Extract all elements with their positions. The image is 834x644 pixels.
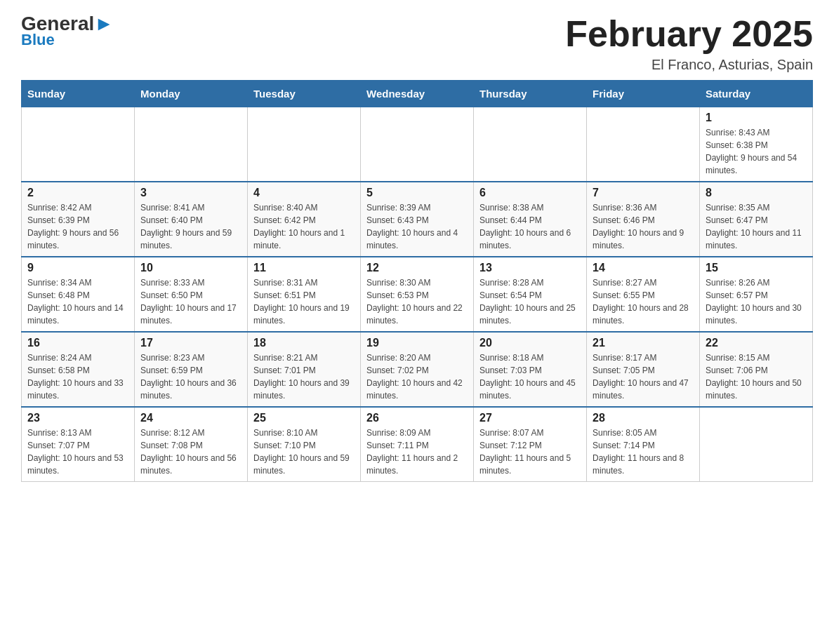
day-number: 17	[140, 337, 241, 349]
day-info: Sunrise: 8:35 AMSunset: 6:47 PMDaylight:…	[706, 201, 807, 252]
day-number: 10	[140, 262, 241, 274]
day-number: 28	[593, 412, 694, 424]
table-row: 18Sunrise: 8:21 AMSunset: 7:01 PMDayligh…	[248, 332, 361, 407]
calendar-header-row: Sunday Monday Tuesday Wednesday Thursday…	[22, 81, 813, 107]
day-number: 15	[706, 262, 807, 274]
calendar-week-row: 9Sunrise: 8:34 AMSunset: 6:48 PMDaylight…	[22, 257, 813, 332]
table-row: 26Sunrise: 8:09 AMSunset: 7:11 PMDayligh…	[361, 407, 474, 482]
table-row	[587, 107, 700, 182]
table-row: 8Sunrise: 8:35 AMSunset: 6:47 PMDaylight…	[700, 182, 813, 257]
logo: General► Blue	[21, 14, 114, 49]
day-number: 12	[366, 262, 468, 274]
col-sunday: Sunday	[22, 81, 135, 107]
day-info: Sunrise: 8:31 AMSunset: 6:51 PMDaylight:…	[253, 276, 355, 327]
table-row: 17Sunrise: 8:23 AMSunset: 6:59 PMDayligh…	[135, 332, 248, 407]
day-info: Sunrise: 8:20 AMSunset: 7:02 PMDaylight:…	[366, 351, 468, 402]
day-info: Sunrise: 8:30 AMSunset: 6:53 PMDaylight:…	[366, 276, 468, 327]
col-tuesday: Tuesday	[248, 81, 361, 107]
day-info: Sunrise: 8:05 AMSunset: 7:14 PMDaylight:…	[593, 427, 694, 477]
table-row: 7Sunrise: 8:36 AMSunset: 6:46 PMDaylight…	[587, 182, 700, 257]
table-row	[361, 107, 474, 182]
col-thursday: Thursday	[474, 81, 587, 107]
day-number: 5	[366, 187, 468, 199]
table-row: 28Sunrise: 8:05 AMSunset: 7:14 PMDayligh…	[587, 407, 700, 482]
day-number: 23	[27, 412, 128, 424]
col-friday: Friday	[587, 81, 700, 107]
day-number: 1	[706, 112, 807, 124]
day-number: 2	[27, 187, 128, 199]
table-row: 15Sunrise: 8:26 AMSunset: 6:57 PMDayligh…	[700, 257, 813, 332]
calendar-week-row: 1Sunrise: 8:43 AMSunset: 6:38 PMDaylight…	[22, 107, 813, 182]
day-info: Sunrise: 8:41 AMSunset: 6:40 PMDaylight:…	[140, 201, 241, 252]
calendar-week-row: 23Sunrise: 8:13 AMSunset: 7:07 PMDayligh…	[22, 407, 813, 482]
table-row: 1Sunrise: 8:43 AMSunset: 6:38 PMDaylight…	[700, 107, 813, 182]
day-info: Sunrise: 8:15 AMSunset: 7:06 PMDaylight:…	[706, 351, 807, 402]
day-number: 18	[253, 337, 355, 349]
table-row	[474, 107, 587, 182]
day-number: 8	[706, 187, 807, 199]
day-info: Sunrise: 8:12 AMSunset: 7:08 PMDaylight:…	[140, 427, 241, 477]
day-number: 9	[27, 262, 128, 274]
day-info: Sunrise: 8:09 AMSunset: 7:11 PMDaylight:…	[366, 427, 468, 477]
table-row: 24Sunrise: 8:12 AMSunset: 7:08 PMDayligh…	[135, 407, 248, 482]
calendar-week-row: 2Sunrise: 8:42 AMSunset: 6:39 PMDaylight…	[22, 182, 813, 257]
day-info: Sunrise: 8:38 AMSunset: 6:44 PMDaylight:…	[479, 201, 581, 252]
table-row: 5Sunrise: 8:39 AMSunset: 6:43 PMDaylight…	[361, 182, 474, 257]
calendar-week-row: 16Sunrise: 8:24 AMSunset: 6:58 PMDayligh…	[22, 332, 813, 407]
table-row: 25Sunrise: 8:10 AMSunset: 7:10 PMDayligh…	[248, 407, 361, 482]
day-number: 16	[27, 337, 128, 349]
calendar-subtitle: El Franco, Asturias, Spain	[565, 57, 813, 73]
day-number: 14	[593, 262, 694, 274]
logo-arrow-icon: ►	[94, 13, 114, 34]
day-info: Sunrise: 8:36 AMSunset: 6:46 PMDaylight:…	[593, 201, 694, 252]
day-info: Sunrise: 8:39 AMSunset: 6:43 PMDaylight:…	[366, 201, 468, 252]
day-number: 24	[140, 412, 241, 424]
day-number: 25	[253, 412, 355, 424]
title-area: February 2025 El Franco, Asturias, Spain	[565, 14, 813, 73]
day-info: Sunrise: 8:24 AMSunset: 6:58 PMDaylight:…	[27, 351, 128, 402]
table-row: 16Sunrise: 8:24 AMSunset: 6:58 PMDayligh…	[22, 332, 135, 407]
table-row	[135, 107, 248, 182]
table-row: 12Sunrise: 8:30 AMSunset: 6:53 PMDayligh…	[361, 257, 474, 332]
day-number: 26	[366, 412, 468, 424]
day-number: 7	[593, 187, 694, 199]
table-row: 22Sunrise: 8:15 AMSunset: 7:06 PMDayligh…	[700, 332, 813, 407]
table-row	[700, 407, 813, 482]
table-row: 14Sunrise: 8:27 AMSunset: 6:55 PMDayligh…	[587, 257, 700, 332]
table-row: 19Sunrise: 8:20 AMSunset: 7:02 PMDayligh…	[361, 332, 474, 407]
day-number: 19	[366, 337, 468, 349]
calendar-title: February 2025	[565, 14, 813, 54]
table-row: 27Sunrise: 8:07 AMSunset: 7:12 PMDayligh…	[474, 407, 587, 482]
table-row: 2Sunrise: 8:42 AMSunset: 6:39 PMDaylight…	[22, 182, 135, 257]
day-number: 4	[253, 187, 355, 199]
table-row: 23Sunrise: 8:13 AMSunset: 7:07 PMDayligh…	[22, 407, 135, 482]
day-info: Sunrise: 8:33 AMSunset: 6:50 PMDaylight:…	[140, 276, 241, 327]
table-row: 9Sunrise: 8:34 AMSunset: 6:48 PMDaylight…	[22, 257, 135, 332]
table-row: 13Sunrise: 8:28 AMSunset: 6:54 PMDayligh…	[474, 257, 587, 332]
col-wednesday: Wednesday	[361, 81, 474, 107]
table-row: 21Sunrise: 8:17 AMSunset: 7:05 PMDayligh…	[587, 332, 700, 407]
calendar-table: Sunday Monday Tuesday Wednesday Thursday…	[21, 80, 813, 482]
day-number: 11	[253, 262, 355, 274]
day-info: Sunrise: 8:17 AMSunset: 7:05 PMDaylight:…	[593, 351, 694, 402]
table-row: 3Sunrise: 8:41 AMSunset: 6:40 PMDaylight…	[135, 182, 248, 257]
day-info: Sunrise: 8:21 AMSunset: 7:01 PMDaylight:…	[253, 351, 355, 402]
day-info: Sunrise: 8:28 AMSunset: 6:54 PMDaylight:…	[479, 276, 581, 327]
table-row: 10Sunrise: 8:33 AMSunset: 6:50 PMDayligh…	[135, 257, 248, 332]
day-number: 27	[479, 412, 581, 424]
day-number: 6	[479, 187, 581, 199]
day-number: 22	[706, 337, 807, 349]
day-number: 3	[140, 187, 241, 199]
logo-blue-text: Blue	[21, 31, 55, 49]
day-info: Sunrise: 8:43 AMSunset: 6:38 PMDaylight:…	[706, 126, 807, 177]
day-info: Sunrise: 8:27 AMSunset: 6:55 PMDaylight:…	[593, 276, 694, 327]
page-header: General► Blue February 2025 El Franco, A…	[21, 14, 813, 73]
table-row: 6Sunrise: 8:38 AMSunset: 6:44 PMDaylight…	[474, 182, 587, 257]
day-number: 20	[479, 337, 581, 349]
day-info: Sunrise: 8:42 AMSunset: 6:39 PMDaylight:…	[27, 201, 128, 252]
table-row	[248, 107, 361, 182]
day-info: Sunrise: 8:13 AMSunset: 7:07 PMDaylight:…	[27, 427, 128, 477]
day-info: Sunrise: 8:07 AMSunset: 7:12 PMDaylight:…	[479, 427, 581, 477]
col-saturday: Saturday	[700, 81, 813, 107]
table-row: 20Sunrise: 8:18 AMSunset: 7:03 PMDayligh…	[474, 332, 587, 407]
